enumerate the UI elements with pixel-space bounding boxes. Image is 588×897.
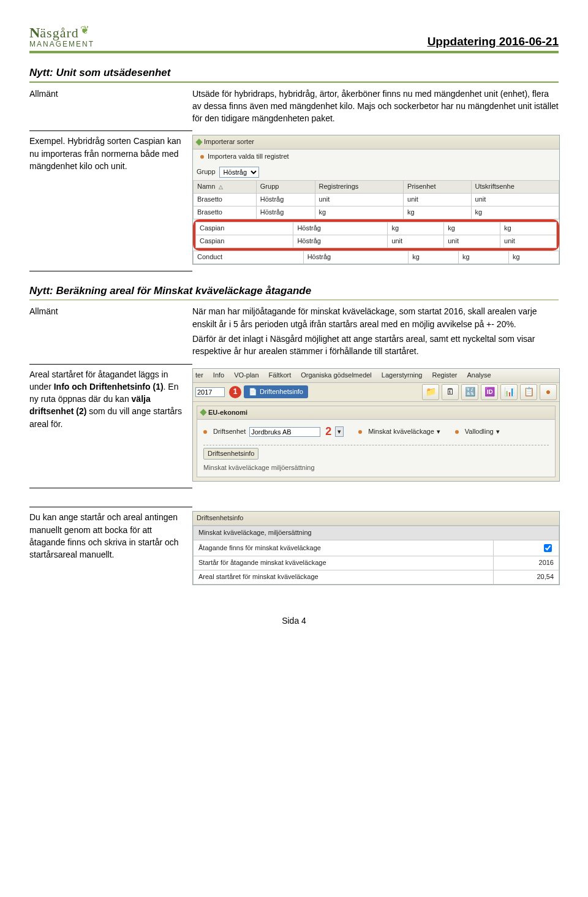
logo-rest: äsgård xyxy=(40,25,78,41)
table-row[interactable]: BrasettoHöstrågunitunitunit xyxy=(194,194,559,206)
table-row[interactable]: ConductHöstrågkgkgkg xyxy=(194,251,559,263)
s2-p2: Därför är det inlagt i Näsgård möjlighet… xyxy=(192,333,559,358)
vallodling-label[interactable]: Vallodling xyxy=(465,427,494,437)
left-divider xyxy=(29,271,192,271)
toolbar-button[interactable]: 🗓 xyxy=(442,384,459,400)
s1-row1-left: Allmänt xyxy=(29,88,192,100)
table-row[interactable]: CaspianHöstrågkgkgkg xyxy=(196,222,557,235)
marker-1: 1 xyxy=(229,386,241,398)
screenshot-importerar-sorter: Importerar sorter Importera valda till r… xyxy=(192,135,560,265)
th-grupp[interactable]: Grupp xyxy=(256,181,315,194)
highlight-box: CaspianHöstrågkgkgkg CaspianHöstrågunitu… xyxy=(193,219,559,251)
menu-item[interactable]: Lagerstyrning xyxy=(382,371,423,380)
toolbar-button[interactable]: 📋 xyxy=(520,384,537,400)
th-utskrift[interactable]: Utskriftsenhe xyxy=(471,181,559,194)
driftenhetsinfo-button[interactable]: 📄 Driftenhetsinfo xyxy=(244,385,308,399)
bullet-icon xyxy=(455,430,459,434)
areal-value[interactable]: 20,54 xyxy=(494,570,559,585)
screenshot-driftenhetsinfo-menu: ter Info VO-plan Fältkort Organiska göds… xyxy=(192,368,560,482)
import-link[interactable]: Importera valda till registret xyxy=(208,153,289,160)
minskat-label[interactable]: Minskat kväveläckage xyxy=(368,427,434,437)
driftsenhet-input[interactable] xyxy=(249,427,320,437)
menubar: ter Info VO-plan Fältkort Organiska göds… xyxy=(193,369,559,383)
ss1-title: Importerar sorter xyxy=(204,137,254,147)
ss2-footer-line: Minskat kväveläckage miljöersättning xyxy=(203,463,549,473)
logo-management: MANAGEMENT xyxy=(29,40,94,48)
menu-item[interactable]: Register xyxy=(432,371,457,380)
toolbar-button[interactable]: 📁 xyxy=(422,384,439,400)
toolbar-button[interactable]: 🆔 xyxy=(481,384,498,400)
eu-title: EU-ekonomi xyxy=(208,408,247,418)
year-input[interactable] xyxy=(195,387,225,397)
s2-row1-left: Allmänt xyxy=(29,305,192,317)
toolbar-button[interactable]: ● xyxy=(540,384,557,400)
leaf-icon: ❦ xyxy=(80,23,89,37)
ss3-r2-label: Startår för åtagande minskat kväveläckag… xyxy=(194,556,494,570)
toolbar-button[interactable]: 🔣 xyxy=(461,384,478,400)
menu-item[interactable]: Analyse xyxy=(467,371,491,380)
bullet-icon xyxy=(358,430,362,434)
logo: Näsgård❦ MANAGEMENT xyxy=(29,25,94,48)
s2-row2-left: Areal startåret för åtagandet läggs in u… xyxy=(29,368,192,430)
s1-row1-right: Utsäde för hybridraps, hybridråg, ärtor,… xyxy=(192,88,559,125)
driftsenhet-label: Driftsenhet xyxy=(213,427,246,437)
dropdown-arrow-icon[interactable]: ▾ xyxy=(335,426,344,437)
group-select[interactable]: Höstråg xyxy=(219,167,259,178)
ss3-r1-label: Åtagande finns för minskat kväveläckage xyxy=(194,540,494,556)
th-reg[interactable]: Registrerings xyxy=(315,181,404,194)
table-row[interactable]: BrasettoHöstrågkgkgkg xyxy=(194,206,559,219)
menu-item[interactable]: Organiska gödselmedel xyxy=(301,371,372,380)
logo-n: N xyxy=(29,25,40,41)
s2-row3-left: Du kan ange startår och areal antingen m… xyxy=(29,511,192,561)
left-divider xyxy=(29,131,192,131)
header-rule xyxy=(29,51,559,53)
window-icon xyxy=(195,139,202,146)
left-divider xyxy=(29,488,192,488)
toolbar-button[interactable]: 📊 xyxy=(500,384,518,400)
atagande-checkbox[interactable] xyxy=(544,544,552,552)
toolbar: 1 📄 Driftenhetsinfo 📁 🗓 🔣 🆔 📊 📋 ● xyxy=(193,383,559,402)
section1-rule xyxy=(29,81,559,83)
s1-row2-left: Exempel. Hybridråg sorten Caspian kan nu… xyxy=(29,135,192,172)
group-label: Grupp xyxy=(197,167,216,177)
page-footer: Sida 4 xyxy=(29,616,559,626)
section2-rule xyxy=(29,300,559,301)
window-icon xyxy=(200,409,206,416)
s2-row1-right: När man har miljöåtagande för minskat kv… xyxy=(192,305,559,357)
tab-driftsenhetsinfo[interactable]: Driftsenhetsinfo xyxy=(203,448,258,460)
section1-heading: Nytt: Unit som utsädesenhet xyxy=(29,67,559,79)
menu-item[interactable]: Info xyxy=(213,371,224,380)
screenshot-driftsenhetsinfo-panel: Driftsenhetsinfo Minskat kväveläckage, m… xyxy=(192,511,560,585)
ss3-subhead: Minskat kväveläckage, miljöersättning xyxy=(194,526,559,540)
ss3-title: Driftsenhetsinfo xyxy=(193,512,559,526)
s2-p1: När man har miljöåtagande för minskat kv… xyxy=(192,305,559,330)
ss3-r3-label: Areal startåret för minskat kväveläckage xyxy=(194,570,494,585)
menu-item[interactable]: ter xyxy=(195,371,203,380)
file-icon: 📄 xyxy=(249,387,257,397)
menu-item[interactable]: VO-plan xyxy=(234,371,258,380)
bullet-icon xyxy=(203,430,207,434)
marker-2: 2 xyxy=(325,423,331,439)
th-pris[interactable]: Prisenhet xyxy=(404,181,472,194)
sort-icon: △ xyxy=(219,184,223,190)
ss1-table: Namn△ Grupp Registrerings Prisenhet Utsk… xyxy=(193,180,559,219)
th-namn[interactable]: Namn△ xyxy=(194,181,257,194)
section2-heading: Nytt: Beräkning areal för Minskat kvävel… xyxy=(29,285,559,297)
startar-value[interactable]: 2016 xyxy=(494,556,559,570)
menu-item[interactable]: Fältkort xyxy=(269,371,292,380)
left-divider xyxy=(29,364,192,365)
bullet-icon xyxy=(200,155,204,159)
left-divider xyxy=(29,507,192,507)
page-title: Uppdatering 2016-06-21 xyxy=(428,35,559,48)
table-row[interactable]: CaspianHöstrågunitunitunit xyxy=(196,235,557,248)
